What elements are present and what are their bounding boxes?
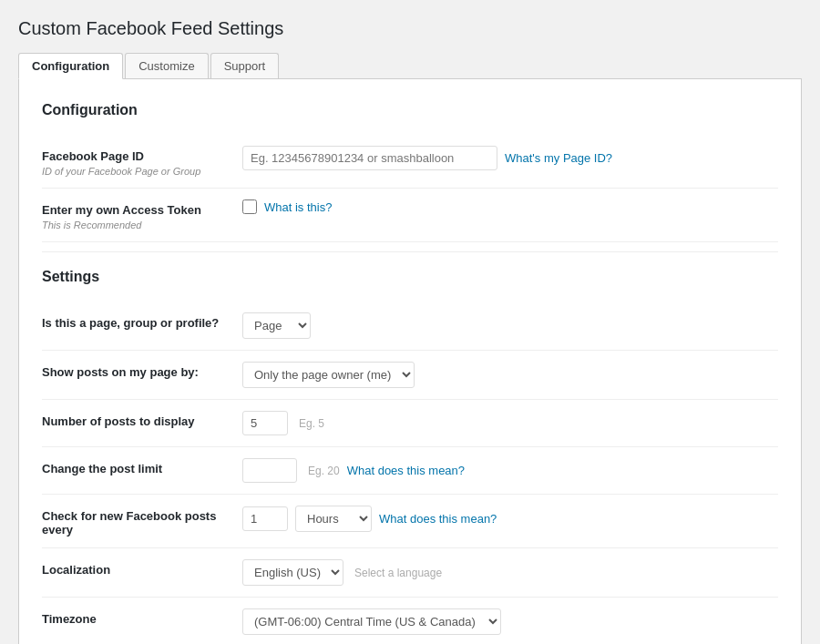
show-posts-row: Show posts on my page by: Only the page … [42,351,778,400]
whats-my-page-id-link[interactable]: What's my Page ID? [505,151,612,165]
facebook-page-id-label-col: Facebook Page ID ID of your Facebook Pag… [42,146,242,177]
show-posts-select[interactable]: Only the page owner (me) Everyone Only v… [242,362,415,388]
facebook-page-id-controls: What's my Page ID? [242,146,778,170]
access-token-help-link[interactable]: What is this? [264,200,332,214]
num-posts-label-col: Number of posts to display [42,411,242,428]
tab-configuration[interactable]: Configuration [18,53,123,79]
post-limit-input[interactable] [242,458,297,483]
page-type-controls: Page Group Profile [242,312,778,339]
tabs-nav: Configuration Customize Support [18,53,802,79]
cache-check-label: Check for new Facebook posts every [42,509,224,537]
page-type-label-col: Is this a page, group or profile? [42,312,242,330]
cache-check-help-link[interactable]: What does this mean? [379,512,497,526]
page-title: Custom Facebook Feed Settings [18,18,802,39]
tab-customize[interactable]: Customize [125,53,208,78]
timezone-label-col: Timezone [42,608,242,626]
post-limit-help-link[interactable]: What does this mean? [347,464,465,477]
section-divider [42,251,778,252]
post-limit-controls: Eg. 20 What does this mean? [242,458,778,483]
num-posts-input[interactable] [242,411,288,435]
post-limit-label-col: Change the post limit [42,458,242,475]
access-token-label-col: Enter my own Access Token This is Recomm… [42,199,242,230]
cache-check-label-col: Check for new Facebook posts every [42,506,242,537]
settings-panel: Configuration Facebook Page ID ID of you… [18,79,802,644]
show-posts-label: Show posts on my page by: [42,365,224,379]
post-limit-label: Change the post limit [42,462,224,475]
access-token-row: Enter my own Access Token This is Recomm… [42,189,778,242]
localization-label: Localization [42,563,224,577]
post-limit-row: Change the post limit Eg. 20 What does t… [42,447,778,495]
page-type-label: Is this a page, group or profile? [42,316,224,330]
access-token-sublabel: This is Recommended [42,220,224,230]
num-posts-label: Number of posts to display [42,414,224,428]
localization-controls: English (US) French Spanish German Selec… [242,559,778,586]
localization-label-col: Localization [42,559,242,577]
tab-support[interactable]: Support [210,53,280,78]
settings-section-title: Settings [42,269,778,285]
cache-check-controls: Minutes Hours Days What does this mean? [242,506,778,532]
timezone-controls: (GMT-06:00) Central Time (US & Canada) (… [242,608,778,635]
configuration-section-title: Configuration [42,102,778,118]
page-type-select[interactable]: Page Group Profile [242,312,311,339]
page-type-row: Is this a page, group or profile? Page G… [42,302,778,351]
show-posts-controls: Only the page owner (me) Everyone Only v… [242,362,778,388]
facebook-page-id-input[interactable] [242,146,497,170]
facebook-page-id-row: Facebook Page ID ID of your Facebook Pag… [42,135,778,189]
post-limit-hint: Eg. 20 [308,465,340,477]
localization-row: Localization English (US) French Spanish… [42,548,778,598]
num-posts-controls: Eg. 5 [242,411,778,435]
show-posts-label-col: Show posts on my page by: [42,362,242,379]
cache-check-interval-select[interactable]: Minutes Hours Days [295,506,372,532]
localization-select[interactable]: English (US) French Spanish German [242,559,343,586]
timezone-select[interactable]: (GMT-06:00) Central Time (US & Canada) (… [242,608,501,635]
access-token-label: Enter my own Access Token [42,203,224,217]
access-token-checkbox[interactable] [242,199,257,214]
timezone-label: Timezone [42,612,224,626]
timezone-row: Timezone (GMT-06:00) Central Time (US & … [42,598,778,644]
cache-check-value-input[interactable] [242,506,288,531]
access-token-controls: What is this? [242,199,778,214]
facebook-page-id-label: Facebook Page ID [42,149,224,163]
cache-check-row: Check for new Facebook posts every Minut… [42,495,778,548]
localization-hint: Select a language [354,567,442,579]
num-posts-row: Number of posts to display Eg. 5 [42,400,778,447]
num-posts-hint: Eg. 5 [299,417,324,430]
facebook-page-id-sublabel: ID of your Facebook Page or Group [42,166,224,177]
